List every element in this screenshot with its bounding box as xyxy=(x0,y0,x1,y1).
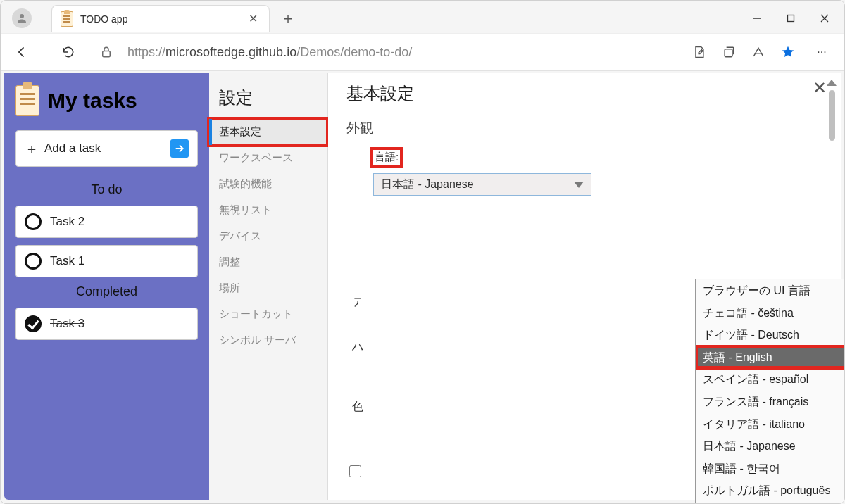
todo-panel: My tasks ＋ Add a task To do Task 2 Task … xyxy=(4,73,209,500)
section-completed: Completed xyxy=(15,284,198,299)
task-checkbox[interactable] xyxy=(25,213,42,230)
reader-icon[interactable] xyxy=(746,39,771,65)
lang-option-cs[interactable]: チェコ語 - čeština xyxy=(696,302,845,325)
back-button[interactable] xyxy=(9,39,35,65)
nav-item-experiments[interactable]: 試験的機能 xyxy=(209,171,327,197)
lang-option-ja[interactable]: 日本語 - Japanese xyxy=(696,435,845,458)
lang-option-pt[interactable]: ポルトガル語 - português xyxy=(696,479,845,502)
task-label: Task 2 xyxy=(50,215,84,229)
url-path: /Demos/demo-to-do/ xyxy=(296,45,412,60)
task-label: Task 3 xyxy=(50,317,84,331)
svg-rect-2 xyxy=(788,15,794,22)
task-label: Task 1 xyxy=(50,254,84,268)
task-item[interactable]: Task 1 xyxy=(15,245,198,277)
obscured-text: 色 xyxy=(352,400,363,415)
lang-option-it[interactable]: イタリア語 - italiano xyxy=(696,413,845,436)
url-host: microsoftedge.github.io xyxy=(165,45,296,60)
clipboard-icon xyxy=(61,11,73,27)
nav-item-locations[interactable]: 場所 xyxy=(209,275,327,301)
lang-option-es[interactable]: スペイン語 - español xyxy=(696,368,845,391)
tab-close-button[interactable]: ✕ xyxy=(246,13,259,25)
nav-item-symbolserver[interactable]: シンボル サーバ xyxy=(209,327,327,353)
tab-title: TODO app xyxy=(80,13,239,25)
obscured-text: ハ xyxy=(352,340,363,355)
lang-option-fr[interactable]: フランス語 - français xyxy=(696,391,845,413)
lock-icon xyxy=(95,45,118,59)
reload-button[interactable] xyxy=(56,39,81,65)
nav-item-ignorelist[interactable]: 無視リスト xyxy=(209,197,327,223)
browser-chrome: TODO app ✕ ＋ https:// microsoftedge.gith… xyxy=(1,1,844,71)
submit-task-button[interactable] xyxy=(170,139,189,158)
url-text: https:// microsoftedge.github.io /Demos/… xyxy=(127,45,412,60)
settings-heading: 設定 xyxy=(209,81,327,119)
task-item-done[interactable]: Task 3 xyxy=(15,308,198,340)
page-content: My tasks ＋ Add a task To do Task 2 Task … xyxy=(4,73,841,500)
add-task-placeholder: Add a task xyxy=(44,141,163,156)
nav-item-throttling[interactable]: 調整 xyxy=(209,249,327,275)
section-todo: To do xyxy=(15,182,198,197)
address-bar: https:// microsoftedge.github.io /Demos/… xyxy=(1,33,844,71)
add-task-input[interactable]: ＋ Add a task xyxy=(15,130,198,167)
chevron-down-icon xyxy=(574,182,584,188)
task-checkbox[interactable] xyxy=(25,253,42,270)
todo-title: My tasks xyxy=(48,89,137,113)
nav-item-preferences[interactable]: 基本設定 xyxy=(209,119,327,145)
titlebar: TODO app ✕ ＋ xyxy=(1,1,844,33)
more-menu-button[interactable]: ··· xyxy=(808,38,836,66)
nav-item-devices[interactable]: デバイス xyxy=(209,223,327,249)
minimize-button[interactable] xyxy=(740,4,774,32)
browser-tab[interactable]: TODO app ✕ xyxy=(51,5,270,32)
task-checkbox-checked[interactable] xyxy=(25,315,42,332)
task-item[interactable]: Task 2 xyxy=(15,206,198,238)
close-window-button[interactable] xyxy=(808,4,841,32)
scroll-up-icon[interactable] xyxy=(827,80,837,86)
language-label: 言語: xyxy=(373,150,400,165)
clipboard-icon xyxy=(15,85,39,116)
lang-option-de[interactable]: ドイツ語 - Deutsch xyxy=(696,324,845,346)
appearance-heading: 外観 xyxy=(346,119,822,137)
lang-option-ko[interactable]: 韓国語 - 한국어 xyxy=(696,458,845,480)
language-select-value: 日本語 - Japanese xyxy=(381,177,474,192)
scroll-thumb[interactable] xyxy=(829,90,835,141)
plus-icon: ＋ xyxy=(25,139,37,158)
svg-rect-5 xyxy=(103,51,111,57)
profile-avatar[interactable] xyxy=(12,8,32,28)
url-field[interactable]: https:// microsoftedge.github.io /Demos/… xyxy=(88,39,680,65)
new-tab-button[interactable]: ＋ xyxy=(274,6,302,31)
settings-pane: ✕ 基本設定 外観 言語: 日本語 - Japanese テ ハ 色 、パネル … xyxy=(328,73,841,500)
maximize-button[interactable] xyxy=(774,4,808,32)
lang-option-en[interactable]: 英語 - English xyxy=(696,346,845,369)
svg-point-0 xyxy=(20,14,24,18)
nav-item-shortcuts[interactable]: ショートカット xyxy=(209,301,327,327)
pane-title: 基本設定 xyxy=(346,82,822,105)
url-scheme: https:// xyxy=(127,45,165,60)
collections-icon[interactable] xyxy=(716,39,741,65)
nav-item-workspace[interactable]: ワークスペース xyxy=(209,145,327,171)
lang-option-browser[interactable]: ブラウザーの UI 言語 xyxy=(696,279,845,302)
favorite-star-icon[interactable] xyxy=(775,39,801,65)
edit-page-icon[interactable] xyxy=(687,39,712,65)
settings-nav: 設定 基本設定 ワークスペース 試験的機能 無視リスト デバイス 調整 場所 シ… xyxy=(209,73,328,500)
window-controls xyxy=(740,4,841,32)
svg-rect-6 xyxy=(725,49,732,57)
checkbox-row[interactable] xyxy=(349,465,368,477)
language-dropdown[interactable]: ブラウザーの UI 言語 チェコ語 - čeština ドイツ語 - Deuts… xyxy=(695,279,845,504)
checkbox[interactable] xyxy=(349,465,361,477)
language-select[interactable]: 日本語 - Japanese xyxy=(373,173,592,196)
obscured-text: テ xyxy=(352,295,363,310)
